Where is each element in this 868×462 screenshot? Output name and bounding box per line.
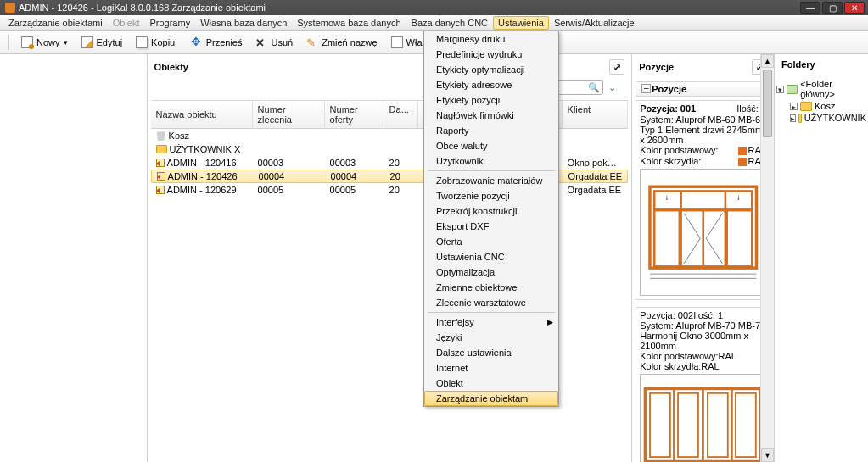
row-name: ADMIN - 120629 (167, 185, 237, 195)
objects-panel: Obiekty ⤢ 🔍 ⌄ Nazwa obiektu Numer zlecen… (147, 54, 633, 462)
menuitem-interfejsy[interactable]: Interfejsy▶ (424, 314, 558, 330)
pos1-sashcolor-label: Kolor skrzydła: (640, 156, 701, 166)
menuitem-marginesy-druku[interactable]: Marginesy druku (424, 31, 558, 47)
close-button[interactable]: ✕ (844, 2, 865, 14)
menu-ustawienia[interactable]: Ustawienia (493, 16, 549, 30)
folder-icon (787, 85, 798, 94)
folder-icon (800, 102, 812, 111)
col-numzl[interactable]: Numer zlecenia (253, 101, 325, 128)
tree-node-uzytkownik[interactable]: ▸ UŻYTKOWNIK (776, 112, 866, 124)
folders-panel: Foldery ▾ <Folder główny> ▸ Kosz ▸ UŻYTK… (775, 54, 868, 462)
menuitem-jezyki[interactable]: Języki (424, 330, 558, 345)
menuitem-zarzadzanie-obiektami[interactable]: Zarządzanie obiektami (424, 391, 558, 406)
menuitem-przekroj-konstrukcji[interactable]: Przekrój konstrukcji (424, 203, 558, 219)
object-icon (156, 159, 165, 167)
tree-expand-icon[interactable]: ▸ (790, 103, 798, 110)
move-label: Przenieś (206, 37, 243, 47)
tree-node-root[interactable]: ▾ <Folder główny> (776, 78, 866, 100)
menuitem-optymalizacja[interactable]: Optymalizacja (424, 264, 558, 280)
window-title: ADMIN - 120426 - LogiKal 8.0.0.168 Zarzą… (19, 3, 266, 13)
trash-icon (156, 131, 166, 141)
menuitem-zobrazowanie-materialow[interactable]: Zobrazowanie materiałów (424, 173, 558, 188)
scroll-down-icon[interactable]: ▼ (761, 448, 774, 462)
menuitem-raporty[interactable]: Raporty (424, 123, 558, 138)
menuitem-obiekt[interactable]: Obiekt (424, 376, 558, 391)
menuitem-zmienne-obiektowe[interactable]: Zmienne obiektowe (424, 280, 558, 295)
col-numof[interactable]: Numer oferty (325, 101, 384, 128)
scroll-up-icon[interactable]: ▲ (761, 54, 774, 68)
object-icon (157, 172, 165, 181)
move-button[interactable]: Przenieś (186, 34, 248, 51)
menuitem-predefinicje-wydruku[interactable]: Predefinicje wydruku (424, 47, 558, 62)
menuitem-uzytkownik[interactable]: Użytkownik (424, 153, 558, 169)
col-name[interactable]: Nazwa obiektu (151, 101, 253, 128)
left-gutter (0, 54, 147, 462)
tree-collapse-icon[interactable]: ▾ (776, 86, 784, 93)
menuitem-oferta[interactable]: Oferta (424, 234, 558, 249)
row-name: ADMIN - 120426 (168, 171, 238, 181)
menuitem-etykiety-pozycji[interactable]: Etykiety pozycji (424, 92, 558, 108)
minimize-button[interactable]: — (800, 2, 820, 14)
pos2-header: Pozycja: 002 (640, 310, 693, 320)
window-titlebar: ADMIN - 120426 - LogiKal 8.0.0.168 Zarzą… (0, 0, 868, 15)
objects-panel-title: Obiekty (154, 62, 188, 72)
tree-label: <Folder główny> (800, 79, 866, 99)
menuitem-eksport-dxf[interactable]: Eksport DXF (424, 219, 558, 234)
menu-baza-cnc[interactable]: Baza danych CNC (406, 16, 494, 30)
menu-obiekt[interactable]: Obiekt (108, 16, 145, 30)
edit-icon (81, 36, 93, 48)
position-card-1[interactable]: Pozycja: 001Ilość: 1 System: Aluprof MB-… (636, 100, 770, 300)
folder-tree: ▾ <Folder główny> ▸ Kosz ▸ UŻYTKOWNIK (775, 75, 868, 127)
menuitem-zlecenie-warsztatowe[interactable]: Zlecenie warsztatowe (424, 295, 558, 310)
copy-button[interactable]: Kopiuj (131, 34, 182, 51)
pos2-basecolor-label: Kolor podstawowy: (640, 351, 718, 361)
menuitem-tworzenie-pozycji[interactable]: Tworzenie pozycji (424, 188, 558, 203)
positions-scrollbar[interactable]: ▲ ▼ (760, 54, 774, 462)
row-numof: 00004 (326, 170, 385, 182)
menu-zarzadzanie-obiektami[interactable]: Zarządzanie obiektami (3, 16, 108, 30)
objects-panel-collapse-button[interactable]: ⤢ (609, 59, 624, 75)
menuitem-internet[interactable]: Internet (424, 360, 558, 376)
row-numof: 00005 (325, 184, 384, 196)
menuitem-etykiety-optymalizacji[interactable]: Etykiety optymalizacji (424, 62, 558, 77)
pos1-drawing: ↓ ↓ (640, 169, 766, 296)
object-icon (156, 186, 165, 194)
rename-button[interactable]: Zmień nazwę (301, 34, 382, 51)
menuitem-dalsze-ustawienia[interactable]: Dalsze ustawienia (424, 345, 558, 360)
col-da[interactable]: Da... (384, 101, 418, 128)
menu-programy[interactable]: Programy (144, 16, 195, 30)
pos2-sashcolor: RAL (701, 361, 719, 371)
edit-button[interactable]: Edytuj (76, 34, 128, 51)
pos2-qty: 1 (718, 310, 723, 320)
move-icon (191, 36, 203, 48)
col-client[interactable]: Klient (563, 101, 629, 128)
positions-group-header[interactable]: Pozycje (636, 81, 770, 97)
search-expand-button[interactable]: ⌄ (607, 81, 618, 95)
menu-systemowa-baza[interactable]: Systemowa baza danych (292, 16, 406, 30)
menu-wlasna-baza[interactable]: Własna baza danych (195, 16, 292, 30)
scroll-thumb[interactable] (763, 70, 772, 137)
menuitem-obce-waluty[interactable]: Obce waluty (424, 138, 558, 153)
pos2-basecolor: RAL (719, 351, 736, 361)
pos2-system: System: Aluprof MB-70 MB-70 Harmonij Okn… (640, 320, 766, 351)
tree-node-kosz[interactable]: ▸ Kosz (776, 100, 866, 112)
row-name: UŻYTKOWNIK X (170, 144, 241, 154)
edit-label: Edytuj (97, 37, 123, 47)
row-client: Okno pok… (563, 157, 629, 169)
menuitem-naglowek-firmowki[interactable]: Nagłówek firmówki (424, 108, 558, 123)
row-client: Orgadata EE (563, 170, 628, 182)
pos1-system: System: Aluprof MB-60 MB-60 Typ 1 Elemen… (640, 114, 766, 145)
row-da: 20 (384, 157, 418, 169)
delete-button[interactable]: Usuń (250, 34, 298, 51)
rename-label: Zmień nazwę (322, 37, 377, 47)
delete-label: Usuń (271, 37, 293, 47)
tree-expand-icon[interactable]: ▸ (790, 114, 796, 122)
menuitem-ustawienia-cnc[interactable]: Ustawienia CNC (424, 249, 558, 264)
maximize-button[interactable]: ▢ (822, 2, 843, 14)
new-button[interactable]: Nowy ▾ (16, 34, 73, 51)
menu-serwis[interactable]: Serwis/Aktualizacje (549, 16, 640, 30)
menuitem-etykiety-adresowe[interactable]: Etykiety adresowe (424, 77, 558, 92)
row-numzl: 00003 (253, 157, 325, 169)
pos2-qty-label: Ilość: (693, 310, 715, 320)
position-card-2[interactable]: Pozycja: 002Ilość: 1 System: Aluprof MB-… (636, 307, 770, 462)
